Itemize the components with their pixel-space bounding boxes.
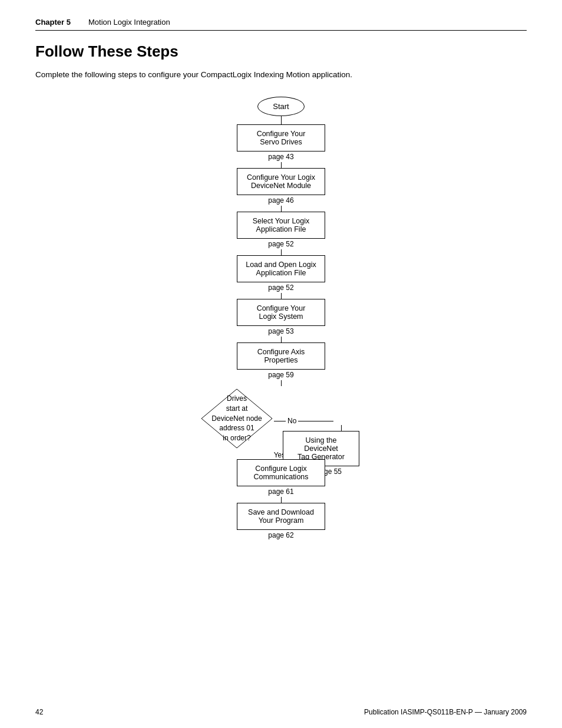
step2-box: Configure Your LogixDeviceNet Module: [237, 168, 325, 195]
start-node: Start: [157, 97, 405, 116]
line: [281, 162, 282, 168]
diamond-shape: Drivesstart atDeviceNet nodeaddress 01in…: [199, 386, 275, 451]
page-number: 42: [35, 708, 43, 716]
line: [281, 380, 282, 386]
no-line-down: [341, 425, 342, 431]
flowchart-container: Start Configure YourServo Drives page 43…: [35, 97, 527, 541]
line: [281, 337, 282, 342]
no-label: No: [287, 417, 296, 425]
start-oval: Start: [257, 97, 305, 116]
line: [341, 425, 342, 431]
step6-page: page 59: [268, 371, 293, 379]
intro-text: Complete the following steps to configur…: [35, 70, 527, 79]
page-title: Follow These Steps: [35, 42, 527, 61]
diamond-text: Drivesstart atDeviceNet nodeaddress 01in…: [206, 394, 267, 443]
step4-box: Load and Open LogixApplication File: [237, 255, 325, 282]
line: [281, 293, 282, 299]
line: [281, 249, 282, 255]
page-footer: 42 Publication IASIMP-QS011B-EN-P — Janu…: [0, 708, 562, 716]
step3-page: page 52: [268, 240, 293, 248]
step2-page: page 46: [268, 196, 293, 205]
step1-node: Configure YourServo Drives page 43: [157, 124, 405, 168]
step3-node: Select Your LogixApplication File page 5…: [157, 212, 405, 255]
step3-box: Select Your LogixApplication File: [237, 212, 325, 239]
step8-box: Save and DownloadYour Program: [237, 503, 325, 530]
step8-page: page 62: [268, 531, 293, 539]
connector-1: [157, 116, 405, 124]
step4-node: Load and Open LogixApplication File page…: [157, 255, 405, 299]
no-hline: [274, 421, 286, 421]
step4-page: page 52: [268, 284, 293, 292]
decision-section: Drivesstart atDeviceNet nodeaddress 01in…: [157, 386, 405, 459]
line: [281, 206, 282, 212]
no-hline2: [298, 421, 333, 421]
page: Chapter 5 Motion Logix Integration Follo…: [0, 0, 562, 728]
line: [281, 116, 282, 124]
step7-node: Configure LogixCommunications page 61: [157, 459, 405, 503]
step7-page: page 61: [268, 487, 293, 496]
step5-page: page 53: [268, 327, 293, 335]
step6-node: Configure AxisProperties page 59: [157, 342, 405, 386]
section-title: Motion Logix Integration: [88, 18, 170, 27]
no-line-row: No: [274, 417, 359, 425]
page-header: Chapter 5 Motion Logix Integration: [35, 18, 527, 31]
step8-node: Save and DownloadYour Program page 62: [157, 503, 405, 541]
step5-node: Configure YourLogix System page 53: [157, 299, 405, 342]
diamond-row: Drivesstart atDeviceNet nodeaddress 01in…: [199, 386, 363, 451]
publication-info: Publication IASIMP-QS011B-EN-P — January…: [364, 708, 527, 716]
chapter-label: Chapter 5: [35, 18, 71, 27]
step1-page: page 43: [268, 153, 293, 161]
flowchart: Start Configure YourServo Drives page 43…: [157, 97, 405, 541]
line: [281, 497, 282, 503]
step6-box: Configure AxisProperties: [237, 342, 325, 370]
step2-node: Configure Your LogixDeviceNet Module pag…: [157, 168, 405, 212]
diamond-left: Drivesstart atDeviceNet nodeaddress 01in…: [199, 386, 275, 451]
step5-box: Configure YourLogix System: [237, 299, 325, 326]
step1-box: Configure YourServo Drives: [237, 124, 325, 151]
step7-box: Configure LogixCommunications: [237, 459, 325, 486]
